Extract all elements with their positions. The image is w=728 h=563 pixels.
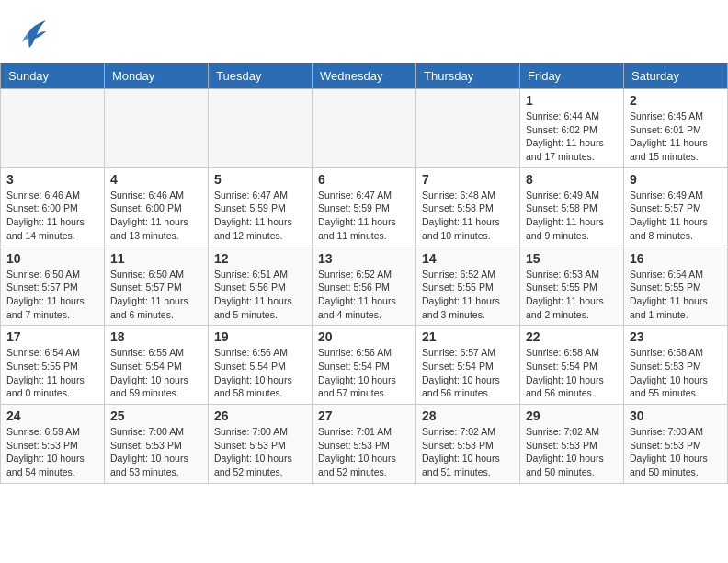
weekday-header-monday: Monday — [105, 63, 209, 89]
day-number: 1 — [526, 93, 618, 108]
weekday-header-thursday: Thursday — [416, 63, 520, 89]
day-number: 18 — [110, 329, 202, 344]
day-number: 21 — [422, 329, 514, 344]
day-cell: 28Sunrise: 7:02 AMSunset: 5:53 PMDayligh… — [416, 405, 520, 484]
day-number: 26 — [214, 408, 306, 423]
day-info: Sunrise: 6:50 AMSunset: 5:57 PMDaylight:… — [6, 268, 98, 322]
weekday-header-friday: Friday — [520, 63, 624, 89]
day-cell: 24Sunrise: 6:59 AMSunset: 5:53 PMDayligh… — [1, 405, 105, 484]
day-number: 23 — [630, 329, 722, 344]
day-cell: 23Sunrise: 6:58 AMSunset: 5:53 PMDayligh… — [624, 326, 728, 405]
week-row-4: 17Sunrise: 6:54 AMSunset: 5:55 PMDayligh… — [1, 326, 728, 405]
day-info: Sunrise: 7:00 AMSunset: 5:53 PMDaylight:… — [214, 425, 306, 479]
week-row-3: 10Sunrise: 6:50 AMSunset: 5:57 PMDayligh… — [1, 247, 728, 326]
day-info: Sunrise: 6:46 AMSunset: 6:00 PMDaylight:… — [110, 189, 202, 243]
day-info: Sunrise: 6:55 AMSunset: 5:54 PMDaylight:… — [110, 346, 202, 400]
day-number: 29 — [526, 408, 618, 423]
day-info: Sunrise: 6:47 AMSunset: 5:59 PMDaylight:… — [318, 189, 410, 243]
day-info: Sunrise: 6:56 AMSunset: 5:54 PMDaylight:… — [318, 346, 410, 400]
day-cell: 14Sunrise: 6:52 AMSunset: 5:55 PMDayligh… — [416, 247, 520, 326]
weekday-header-tuesday: Tuesday — [209, 63, 313, 89]
day-info: Sunrise: 6:51 AMSunset: 5:56 PMDaylight:… — [214, 268, 306, 322]
weekday-header-sunday: Sunday — [1, 63, 105, 89]
day-info: Sunrise: 7:00 AMSunset: 5:53 PMDaylight:… — [110, 425, 202, 479]
week-row-5: 24Sunrise: 6:59 AMSunset: 5:53 PMDayligh… — [1, 405, 728, 484]
day-info: Sunrise: 6:57 AMSunset: 5:54 PMDaylight:… — [422, 346, 514, 400]
day-info: Sunrise: 6:50 AMSunset: 5:57 PMDaylight:… — [110, 268, 202, 322]
day-info: Sunrise: 6:59 AMSunset: 5:53 PMDaylight:… — [6, 425, 98, 479]
day-info: Sunrise: 6:49 AMSunset: 5:58 PMDaylight:… — [526, 189, 618, 243]
day-number: 15 — [526, 251, 618, 266]
day-cell: 25Sunrise: 7:00 AMSunset: 5:53 PMDayligh… — [105, 405, 209, 484]
day-info: Sunrise: 7:02 AMSunset: 5:53 PMDaylight:… — [422, 425, 514, 479]
day-number: 17 — [6, 329, 98, 344]
day-number: 9 — [630, 172, 722, 187]
day-cell: 17Sunrise: 6:54 AMSunset: 5:55 PMDayligh… — [1, 326, 105, 405]
day-cell: 9Sunrise: 6:49 AMSunset: 5:57 PMDaylight… — [624, 167, 728, 247]
day-number: 2 — [630, 93, 722, 108]
day-info: Sunrise: 6:46 AMSunset: 6:00 PMDaylight:… — [6, 189, 98, 243]
day-info: Sunrise: 6:58 AMSunset: 5:54 PMDaylight:… — [526, 346, 618, 400]
day-info: Sunrise: 7:01 AMSunset: 5:53 PMDaylight:… — [318, 425, 410, 479]
day-cell — [209, 89, 313, 168]
day-cell: 7Sunrise: 6:48 AMSunset: 5:58 PMDaylight… — [416, 167, 520, 247]
day-cell: 26Sunrise: 7:00 AMSunset: 5:53 PMDayligh… — [209, 405, 313, 484]
day-info: Sunrise: 7:02 AMSunset: 5:53 PMDaylight:… — [526, 425, 618, 479]
day-info: Sunrise: 6:44 AMSunset: 6:02 PMDaylight:… — [526, 109, 618, 164]
day-cell: 16Sunrise: 6:54 AMSunset: 5:55 PMDayligh… — [624, 247, 728, 326]
day-cell: 2Sunrise: 6:45 AMSunset: 6:01 PMDaylight… — [624, 89, 728, 168]
day-cell: 8Sunrise: 6:49 AMSunset: 5:58 PMDaylight… — [520, 167, 624, 247]
day-info: Sunrise: 6:45 AMSunset: 6:01 PMDaylight:… — [630, 109, 722, 164]
day-info: Sunrise: 6:58 AMSunset: 5:53 PMDaylight:… — [630, 346, 722, 400]
day-info: Sunrise: 7:03 AMSunset: 5:53 PMDaylight:… — [630, 425, 722, 479]
day-cell — [416, 89, 520, 168]
calendar-table: SundayMondayTuesdayWednesdayThursdayFrid… — [0, 63, 728, 484]
day-cell: 4Sunrise: 6:46 AMSunset: 6:00 PMDaylight… — [105, 167, 209, 247]
day-number: 13 — [318, 251, 410, 266]
day-info: Sunrise: 6:53 AMSunset: 5:55 PMDaylight:… — [526, 268, 618, 322]
logo — [18, 17, 48, 53]
day-cell: 30Sunrise: 7:03 AMSunset: 5:53 PMDayligh… — [624, 405, 728, 484]
day-number: 16 — [630, 251, 722, 266]
weekday-header-row: SundayMondayTuesdayWednesdayThursdayFrid… — [1, 63, 728, 89]
day-number: 25 — [110, 408, 202, 423]
day-cell — [1, 89, 105, 168]
day-info: Sunrise: 6:56 AMSunset: 5:54 PMDaylight:… — [214, 346, 306, 400]
day-cell: 6Sunrise: 6:47 AMSunset: 5:59 PMDaylight… — [313, 167, 416, 247]
day-number: 22 — [526, 329, 618, 344]
day-number: 8 — [526, 172, 618, 187]
week-row-2: 3Sunrise: 6:46 AMSunset: 6:00 PMDaylight… — [1, 167, 728, 247]
day-number: 30 — [630, 408, 722, 423]
day-number: 20 — [318, 329, 410, 344]
day-cell: 10Sunrise: 6:50 AMSunset: 5:57 PMDayligh… — [1, 247, 105, 326]
day-number: 11 — [110, 251, 202, 266]
day-info: Sunrise: 6:54 AMSunset: 5:55 PMDaylight:… — [630, 268, 722, 322]
day-info: Sunrise: 6:54 AMSunset: 5:55 PMDaylight:… — [6, 346, 98, 400]
day-number: 3 — [6, 172, 98, 187]
day-cell: 22Sunrise: 6:58 AMSunset: 5:54 PMDayligh… — [520, 326, 624, 405]
weekday-header-wednesday: Wednesday — [313, 63, 416, 89]
day-cell: 18Sunrise: 6:55 AMSunset: 5:54 PMDayligh… — [105, 326, 209, 405]
day-number: 5 — [214, 172, 306, 187]
day-cell: 27Sunrise: 7:01 AMSunset: 5:53 PMDayligh… — [313, 405, 416, 484]
day-number: 6 — [318, 172, 410, 187]
day-info: Sunrise: 6:47 AMSunset: 5:59 PMDaylight:… — [214, 189, 306, 243]
day-cell: 12Sunrise: 6:51 AMSunset: 5:56 PMDayligh… — [209, 247, 313, 326]
day-number: 4 — [110, 172, 202, 187]
day-number: 14 — [422, 251, 514, 266]
day-number: 24 — [6, 408, 98, 423]
day-cell: 20Sunrise: 6:56 AMSunset: 5:54 PMDayligh… — [313, 326, 416, 405]
day-cell: 11Sunrise: 6:50 AMSunset: 5:57 PMDayligh… — [105, 247, 209, 326]
day-info: Sunrise: 6:52 AMSunset: 5:56 PMDaylight:… — [318, 268, 410, 322]
day-cell: 5Sunrise: 6:47 AMSunset: 5:59 PMDaylight… — [209, 167, 313, 247]
day-cell: 13Sunrise: 6:52 AMSunset: 5:56 PMDayligh… — [313, 247, 416, 326]
day-cell: 29Sunrise: 7:02 AMSunset: 5:53 PMDayligh… — [520, 405, 624, 484]
day-cell: 1Sunrise: 6:44 AMSunset: 6:02 PMDaylight… — [520, 89, 624, 168]
day-info: Sunrise: 6:49 AMSunset: 5:57 PMDaylight:… — [630, 189, 722, 243]
day-number: 7 — [422, 172, 514, 187]
day-info: Sunrise: 6:52 AMSunset: 5:55 PMDaylight:… — [422, 268, 514, 322]
day-cell: 3Sunrise: 6:46 AMSunset: 6:00 PMDaylight… — [1, 167, 105, 247]
day-cell — [105, 89, 209, 168]
week-row-1: 1Sunrise: 6:44 AMSunset: 6:02 PMDaylight… — [1, 89, 728, 168]
day-cell — [313, 89, 416, 168]
